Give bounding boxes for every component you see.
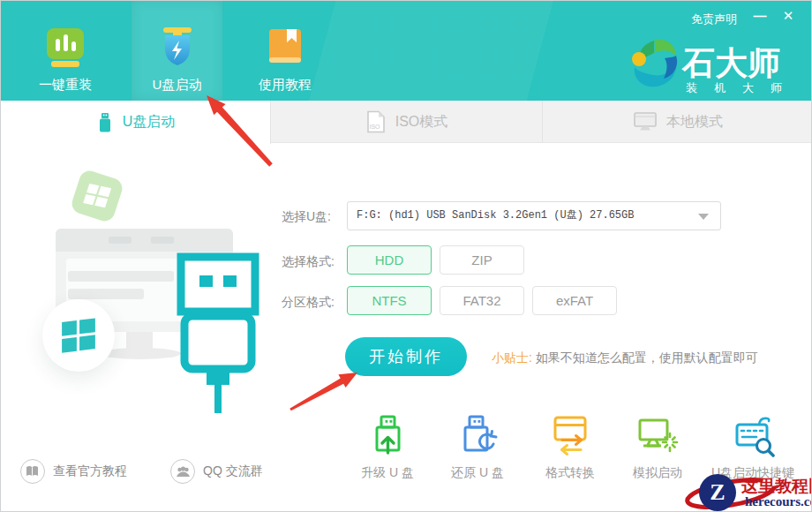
toolbar-item-label: 使用教程 [259, 77, 312, 94]
usb-select-label: 选择U盘: [282, 209, 331, 225]
utility-label: 格式转换 [545, 465, 595, 481]
utility-upgrade-usb[interactable]: 升级 U 盘 [342, 412, 433, 481]
simulate-boot-icon [635, 412, 680, 458]
tab-label: 本地模式 [666, 113, 723, 132]
brand-swirl-icon [629, 36, 679, 91]
tab-iso-mode[interactable]: ISO ISO模式 [271, 101, 542, 143]
shield-bolt-icon [154, 24, 200, 70]
iso-file-icon: ISO [365, 110, 387, 133]
watermark-site-url: herecours.com [745, 494, 812, 509]
header: 一键重装 U盘启动 使用教程 [1, 1, 811, 101]
toolbar-item-label: U盘启动 [153, 77, 202, 94]
book-icon [20, 459, 45, 484]
toolbar-item-usb-boot[interactable]: U盘启动 [132, 1, 222, 101]
chevron-down-icon [698, 214, 709, 225]
partition-option-ntfs[interactable]: NTFS [347, 286, 432, 315]
usb-drive-value: F:G: (hd1) USB SanDisk 3.2Gen1 (U盘) 27.6… [357, 202, 634, 230]
brand-subtitle: 装机大师 [686, 80, 804, 96]
iso-badge: ISO [369, 124, 380, 130]
usb-upgrade-icon [365, 412, 410, 458]
format-option-hdd[interactable]: HDD [347, 245, 432, 275]
utility-restore-usb[interactable]: 还原 U 盘 [432, 412, 523, 481]
site-watermark: Z 这里教程网 herecours.com [685, 467, 812, 512]
utility-label: 升级 U 盘 [361, 465, 414, 481]
hotkey-search-icon [730, 412, 776, 458]
official-tutorial-link[interactable]: 查看官方教程 [20, 459, 127, 484]
tab-label: U盘启动 [123, 113, 176, 132]
tip-text: 小贴士: 如果不知道怎么配置，使用默认配置即可 [492, 350, 758, 366]
tab-local-mode[interactable]: 本地模式 [542, 101, 812, 143]
minimize-button[interactable]: — [749, 6, 771, 26]
toolbar-item-label: 一键重装 [39, 77, 92, 94]
footer-link-label: 查看官方教程 [53, 463, 127, 479]
usb-icon [96, 112, 114, 133]
watermark-monogram: Z [699, 474, 736, 511]
partition-label: 分区格式: [282, 295, 335, 311]
format-label: 选择格式: [282, 254, 335, 270]
toolbar-item-reinstall[interactable]: 一键重装 [19, 1, 111, 101]
qq-group-link[interactable]: QQ 交流群 [170, 459, 263, 484]
format-convert-icon [547, 412, 593, 458]
brand-name: 石大师 [682, 41, 780, 86]
format-option-zip[interactable]: ZIP [440, 245, 524, 275]
brand-logo: 石大师 装机大师 [629, 36, 679, 91]
tab-label: ISO模式 [395, 113, 448, 132]
chart-icon [42, 24, 88, 70]
start-make-button[interactable]: 开始制作 [345, 337, 467, 376]
utility-format-convert[interactable]: 格式转换 [524, 412, 616, 481]
group-icon [170, 459, 195, 484]
partition-option-fat32[interactable]: FAT32 [440, 286, 524, 315]
usb-drive-select[interactable]: F:G: (hd1) USB SanDisk 3.2Gen1 (U盘) 27.6… [347, 201, 721, 230]
disclaimer-link[interactable]: 免责声明 [691, 11, 737, 27]
utility-label: 还原 U 盘 [451, 465, 504, 481]
close-button[interactable]: ✕ [778, 6, 799, 26]
footer-link-label: QQ 交流群 [203, 463, 263, 479]
toolbar-item-tutorial[interactable]: 使用教程 [239, 1, 331, 101]
partition-option-exfat[interactable]: exFAT [532, 286, 617, 315]
tab-bar: U盘启动 ISO ISO模式 本地模式 [1, 101, 811, 143]
usb-restore-icon [455, 412, 500, 458]
book-icon [262, 24, 308, 70]
monitor-icon [633, 111, 658, 132]
app-window: 一键重装 U盘启动 使用教程 [0, 0, 812, 512]
tab-usb-boot[interactable]: U盘启动 [1, 101, 271, 144]
tip-label: 小贴士: [492, 350, 532, 365]
utility-label: 模拟启动 [633, 465, 682, 481]
